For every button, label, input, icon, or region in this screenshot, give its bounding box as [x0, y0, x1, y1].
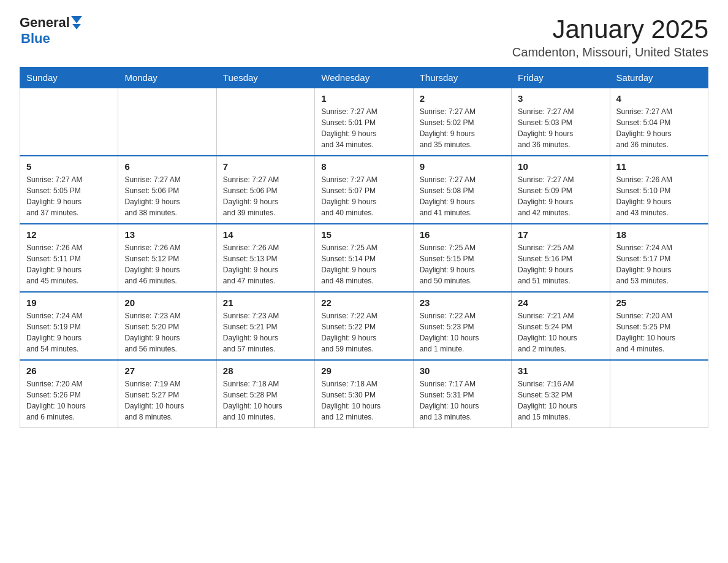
day-number: 1 [321, 93, 406, 104]
calendar-cell: 16Sunrise: 7:25 AM Sunset: 5:15 PM Dayli… [413, 224, 511, 292]
day-info: Sunrise: 7:21 AM Sunset: 5:24 PM Dayligh… [518, 310, 603, 354]
weekday-header-tuesday: Tuesday [216, 67, 314, 88]
weekday-header-row: SundayMondayTuesdayWednesdayThursdayFrid… [20, 67, 708, 88]
day-info: Sunrise: 7:27 AM Sunset: 5:03 PM Dayligh… [518, 106, 603, 150]
weekday-header-saturday: Saturday [610, 67, 708, 88]
day-number: 4 [616, 93, 702, 104]
day-number: 22 [321, 297, 406, 308]
calendar-cell: 31Sunrise: 7:16 AM Sunset: 5:32 PM Dayli… [512, 360, 610, 428]
calendar-cell: 2Sunrise: 7:27 AM Sunset: 5:02 PM Daylig… [413, 88, 511, 156]
calendar-cell: 19Sunrise: 7:24 AM Sunset: 5:19 PM Dayli… [20, 292, 118, 360]
calendar-cell: 29Sunrise: 7:18 AM Sunset: 5:30 PM Dayli… [315, 360, 413, 428]
day-info: Sunrise: 7:26 AM Sunset: 5:10 PM Dayligh… [616, 174, 702, 218]
day-info: Sunrise: 7:16 AM Sunset: 5:32 PM Dayligh… [518, 378, 603, 423]
weekday-header-friday: Friday [512, 67, 610, 88]
day-info: Sunrise: 7:27 AM Sunset: 5:04 PM Dayligh… [616, 106, 702, 150]
month-title: January 2025 [512, 15, 708, 44]
logo-general: General [20, 15, 70, 31]
day-info: Sunrise: 7:27 AM Sunset: 5:01 PM Dayligh… [321, 106, 406, 150]
day-number: 19 [26, 297, 112, 308]
day-info: Sunrise: 7:27 AM Sunset: 5:06 PM Dayligh… [124, 174, 210, 218]
calendar-cell: 13Sunrise: 7:26 AM Sunset: 5:12 PM Dayli… [118, 224, 216, 292]
day-number: 28 [223, 366, 308, 376]
day-info: Sunrise: 7:18 AM Sunset: 5:30 PM Dayligh… [321, 378, 406, 423]
day-info: Sunrise: 7:27 AM Sunset: 5:08 PM Dayligh… [420, 174, 505, 218]
day-number: 29 [321, 366, 406, 376]
calendar-cell: 8Sunrise: 7:27 AM Sunset: 5:07 PM Daylig… [315, 156, 413, 224]
day-info: Sunrise: 7:24 AM Sunset: 5:17 PM Dayligh… [616, 242, 702, 286]
logo-blue: Blue [21, 31, 50, 47]
calendar-cell [118, 88, 216, 156]
day-info: Sunrise: 7:26 AM Sunset: 5:13 PM Dayligh… [223, 242, 308, 286]
day-number: 3 [518, 93, 603, 104]
calendar-cell: 25Sunrise: 7:20 AM Sunset: 5:25 PM Dayli… [610, 292, 708, 360]
day-info: Sunrise: 7:20 AM Sunset: 5:26 PM Dayligh… [26, 378, 112, 423]
calendar-cell: 7Sunrise: 7:27 AM Sunset: 5:06 PM Daylig… [216, 156, 314, 224]
day-info: Sunrise: 7:23 AM Sunset: 5:20 PM Dayligh… [124, 310, 210, 354]
calendar-cell [216, 88, 314, 156]
day-number: 7 [223, 161, 308, 172]
day-number: 12 [26, 229, 112, 240]
week-row-5: 26Sunrise: 7:20 AM Sunset: 5:26 PM Dayli… [20, 360, 708, 428]
weekday-header-wednesday: Wednesday [315, 67, 413, 88]
week-row-4: 19Sunrise: 7:24 AM Sunset: 5:19 PM Dayli… [20, 292, 708, 360]
calendar-cell: 28Sunrise: 7:18 AM Sunset: 5:28 PM Dayli… [216, 360, 314, 428]
day-info: Sunrise: 7:25 AM Sunset: 5:15 PM Dayligh… [420, 242, 505, 286]
day-number: 8 [321, 161, 406, 172]
location-title: Camdenton, Missouri, United States [512, 45, 708, 59]
calendar-cell: 20Sunrise: 7:23 AM Sunset: 5:20 PM Dayli… [118, 292, 216, 360]
calendar-cell: 12Sunrise: 7:26 AM Sunset: 5:11 PM Dayli… [20, 224, 118, 292]
day-info: Sunrise: 7:27 AM Sunset: 5:05 PM Dayligh… [26, 174, 112, 218]
calendar-cell: 26Sunrise: 7:20 AM Sunset: 5:26 PM Dayli… [20, 360, 118, 428]
calendar-cell: 24Sunrise: 7:21 AM Sunset: 5:24 PM Dayli… [512, 292, 610, 360]
week-row-1: 1Sunrise: 7:27 AM Sunset: 5:01 PM Daylig… [20, 88, 708, 156]
day-number: 18 [616, 229, 702, 240]
calendar-cell: 23Sunrise: 7:22 AM Sunset: 5:23 PM Dayli… [413, 292, 511, 360]
week-row-3: 12Sunrise: 7:26 AM Sunset: 5:11 PM Dayli… [20, 224, 708, 292]
calendar-cell: 21Sunrise: 7:23 AM Sunset: 5:21 PM Dayli… [216, 292, 314, 360]
calendar-cell: 27Sunrise: 7:19 AM Sunset: 5:27 PM Dayli… [118, 360, 216, 428]
day-info: Sunrise: 7:25 AM Sunset: 5:14 PM Dayligh… [321, 242, 406, 286]
day-number: 31 [518, 366, 603, 376]
day-info: Sunrise: 7:18 AM Sunset: 5:28 PM Dayligh… [223, 378, 308, 423]
day-info: Sunrise: 7:27 AM Sunset: 5:06 PM Dayligh… [223, 174, 308, 218]
day-number: 23 [420, 297, 505, 308]
weekday-header-sunday: Sunday [20, 67, 118, 88]
title-block: January 2025 Camdenton, Missouri, United… [512, 15, 708, 59]
week-row-2: 5Sunrise: 7:27 AM Sunset: 5:05 PM Daylig… [20, 156, 708, 224]
day-info: Sunrise: 7:17 AM Sunset: 5:31 PM Dayligh… [420, 378, 505, 423]
calendar-cell: 14Sunrise: 7:26 AM Sunset: 5:13 PM Dayli… [216, 224, 314, 292]
calendar-cell: 15Sunrise: 7:25 AM Sunset: 5:14 PM Dayli… [315, 224, 413, 292]
day-info: Sunrise: 7:19 AM Sunset: 5:27 PM Dayligh… [124, 378, 210, 423]
day-number: 10 [518, 161, 603, 172]
day-number: 16 [420, 229, 505, 240]
calendar-cell: 5Sunrise: 7:27 AM Sunset: 5:05 PM Daylig… [20, 156, 118, 224]
day-info: Sunrise: 7:27 AM Sunset: 5:07 PM Dayligh… [321, 174, 406, 218]
weekday-header-thursday: Thursday [413, 67, 511, 88]
day-number: 25 [616, 297, 702, 308]
day-number: 15 [321, 229, 406, 240]
day-number: 27 [124, 366, 210, 376]
day-number: 17 [518, 229, 603, 240]
day-info: Sunrise: 7:24 AM Sunset: 5:19 PM Dayligh… [26, 310, 112, 354]
day-number: 13 [124, 229, 210, 240]
calendar-cell: 9Sunrise: 7:27 AM Sunset: 5:08 PM Daylig… [413, 156, 511, 224]
day-number: 24 [518, 297, 603, 308]
calendar-cell: 30Sunrise: 7:17 AM Sunset: 5:31 PM Dayli… [413, 360, 511, 428]
calendar-cell: 17Sunrise: 7:25 AM Sunset: 5:16 PM Dayli… [512, 224, 610, 292]
day-number: 5 [26, 161, 112, 172]
calendar-cell: 10Sunrise: 7:27 AM Sunset: 5:09 PM Dayli… [512, 156, 610, 224]
day-number: 14 [223, 229, 308, 240]
calendar-table: SundayMondayTuesdayWednesdayThursdayFrid… [20, 67, 708, 428]
day-info: Sunrise: 7:22 AM Sunset: 5:22 PM Dayligh… [321, 310, 406, 354]
day-info: Sunrise: 7:27 AM Sunset: 5:02 PM Dayligh… [420, 106, 505, 150]
weekday-header-monday: Monday [118, 67, 216, 88]
calendar-cell: 3Sunrise: 7:27 AM Sunset: 5:03 PM Daylig… [512, 88, 610, 156]
day-number: 21 [223, 297, 308, 308]
calendar-cell: 4Sunrise: 7:27 AM Sunset: 5:04 PM Daylig… [610, 88, 708, 156]
day-info: Sunrise: 7:26 AM Sunset: 5:12 PM Dayligh… [124, 242, 210, 286]
day-number: 2 [420, 93, 505, 104]
calendar-cell [20, 88, 118, 156]
calendar-cell: 11Sunrise: 7:26 AM Sunset: 5:10 PM Dayli… [610, 156, 708, 224]
day-number: 20 [124, 297, 210, 308]
